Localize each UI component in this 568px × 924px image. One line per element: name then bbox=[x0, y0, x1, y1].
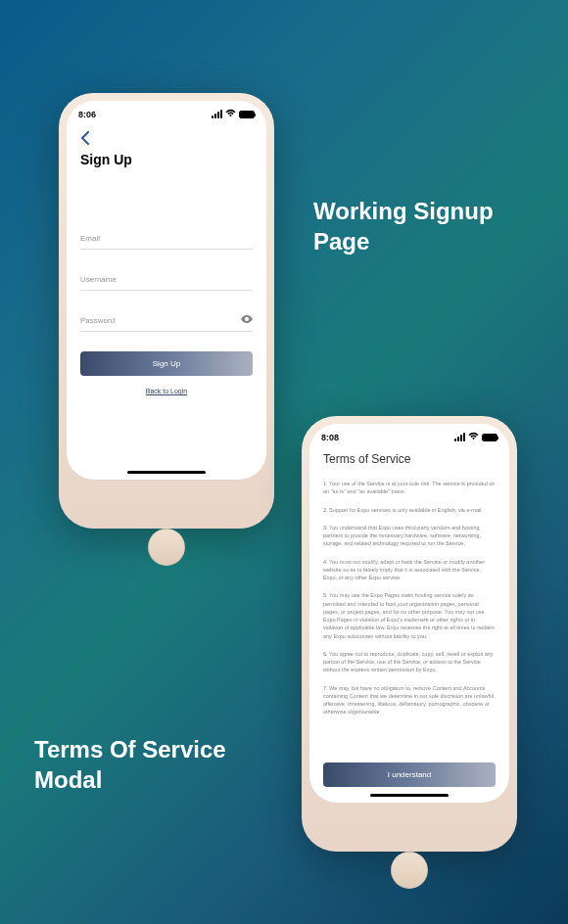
page-title: Sign Up bbox=[67, 150, 266, 169]
understand-button[interactable]: I understand bbox=[323, 762, 496, 787]
phone-tos: 8:08 Terms of Service 1. Your use of the… bbox=[302, 416, 517, 852]
home-button[interactable] bbox=[391, 852, 428, 889]
battery-icon bbox=[239, 111, 255, 118]
username-field[interactable]: Username bbox=[80, 269, 253, 291]
tos-item: 7. We may, but have no obligation to, re… bbox=[323, 684, 496, 716]
tos-item: 2. Support for Expo services is only ava… bbox=[323, 506, 496, 514]
home-indicator bbox=[127, 471, 206, 474]
annotation-tos: Terms Of Service Modal bbox=[34, 734, 226, 795]
tos-item: 6. You agree not to reproduce, duplicate… bbox=[323, 650, 496, 674]
back-to-login-link[interactable]: Back to Login bbox=[80, 388, 253, 394]
tos-item: 3. You understand that Expo uses third-p… bbox=[323, 524, 496, 548]
tos-item: 5. You may use the Expo Pages static hos… bbox=[323, 591, 496, 640]
tos-item: 1. Your use of the Service is at your so… bbox=[323, 480, 496, 496]
status-bar: 8:06 bbox=[67, 101, 266, 123]
wifi-icon bbox=[225, 109, 236, 119]
home-button[interactable] bbox=[148, 529, 185, 566]
eye-icon[interactable] bbox=[241, 314, 253, 325]
wifi-icon bbox=[468, 432, 479, 442]
phone-signup: 8:06 Sign Up Email Username Password bbox=[59, 93, 274, 529]
tos-title: Terms of Service bbox=[309, 446, 509, 472]
home-indicator bbox=[370, 794, 449, 797]
status-time: 8:06 bbox=[78, 110, 96, 119]
battery-icon bbox=[482, 434, 497, 441]
back-icon[interactable] bbox=[67, 123, 266, 150]
password-field[interactable]: Password bbox=[80, 310, 253, 332]
status-icons bbox=[212, 109, 255, 119]
signal-icon bbox=[212, 110, 222, 118]
email-field[interactable]: Email bbox=[80, 228, 253, 250]
signal-icon bbox=[454, 433, 465, 441]
status-bar: 8:08 bbox=[309, 424, 509, 446]
status-icons bbox=[454, 432, 497, 442]
tos-body: 1. Your use of the Service is at your so… bbox=[309, 472, 509, 734]
signup-button[interactable]: Sign Up bbox=[80, 351, 253, 376]
tos-item: 4. You must not modify, adapt or hack th… bbox=[323, 558, 496, 582]
status-time: 8:08 bbox=[321, 433, 339, 442]
annotation-signup: Working Signup Page bbox=[313, 196, 494, 256]
